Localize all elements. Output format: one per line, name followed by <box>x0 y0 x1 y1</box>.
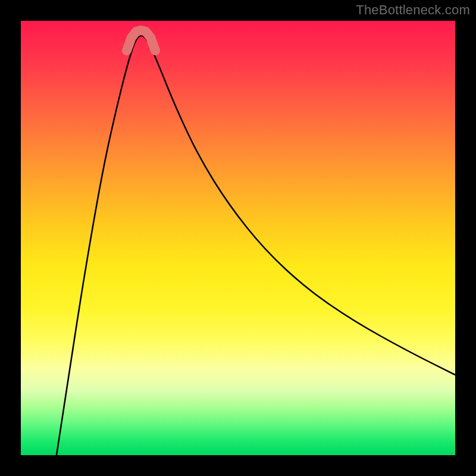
bottleneck-curve <box>57 36 455 455</box>
curve-layer <box>21 21 455 455</box>
chart-frame: TheBottleneck.com <box>0 0 476 476</box>
curve-minimum-highlight <box>127 30 155 51</box>
plot-area <box>21 21 455 455</box>
watermark-text: TheBottleneck.com <box>356 2 470 18</box>
